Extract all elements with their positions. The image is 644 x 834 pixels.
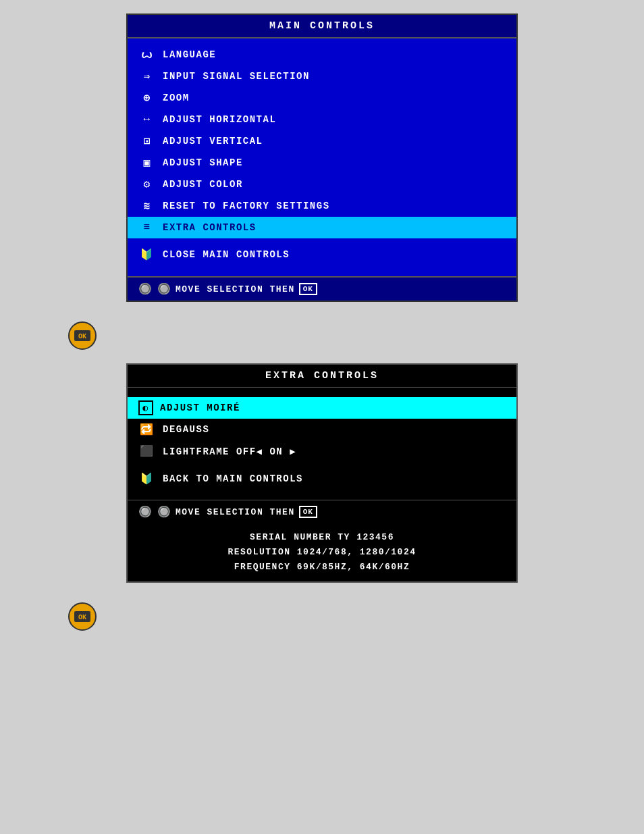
- close-main-controls[interactable]: 🔰 CLOSE MAIN CONTROLS: [128, 244, 516, 265]
- adjust-moire-icon: ◐: [138, 400, 153, 415]
- extra-footer-text: MOVE SELECTION THEN: [176, 507, 295, 517]
- language-label: LANGUAGE: [163, 49, 216, 60]
- nav-icon-right: 🔘: [157, 282, 172, 296]
- extra-controls-label: EXTRA CONTROLS: [163, 222, 257, 233]
- back-icon: 🔰: [138, 471, 156, 486]
- main-controls-body: ꙍ LANGUAGE ⇒ INPUT SIGNAL SELECTION ⊕ ZO…: [128, 38, 516, 276]
- main-controls-title: MAIN CONTROLS: [269, 20, 375, 32]
- extra-controls-panel: EXTRA CONTROLS ◐ ADJUST MOIRÉ 🔁 DEGAUSS …: [126, 363, 518, 583]
- nav-icon-left: 🔘: [138, 282, 153, 296]
- device-info: SERIAL NUMBER TY 123456 RESOLUTION 1024/…: [128, 523, 516, 581]
- degauss-label: DEGAUSS: [163, 424, 209, 435]
- floating-ok-button-extra[interactable]: OK: [68, 602, 97, 639]
- menu2-item-adjust-moire[interactable]: ◐ ADJUST MOIRÉ: [128, 397, 516, 419]
- main-controls-panel: MAIN CONTROLS ꙍ LANGUAGE ⇒ INPUT SIGNAL …: [126, 14, 518, 302]
- menu-item-adjust-vertical[interactable]: ⊡ ADJUST VERTICAL: [128, 130, 516, 152]
- adjust-vertical-icon: ⊡: [138, 134, 156, 149]
- menu2-item-degauss[interactable]: 🔁 DEGAUSS: [128, 419, 516, 440]
- extra-nav-icon-right: 🔘: [157, 505, 172, 519]
- lightframe-icon: ⬛: [138, 444, 156, 459]
- back-to-main[interactable]: 🔰 BACK TO MAIN CONTROLS: [128, 467, 516, 490]
- degauss-icon: 🔁: [138, 422, 156, 437]
- resolution: RESOLUTION 1024/768, 1280/1024: [138, 545, 506, 560]
- frequency: FREQUENCY 69K/85HZ, 64K/60HZ: [138, 560, 506, 575]
- extra-controls-body: ◐ ADJUST MOIRÉ 🔁 DEGAUSS ⬛ LIGHTFRAME OF…: [128, 388, 516, 500]
- adjust-color-icon: ⚙: [138, 177, 156, 192]
- close-main-icon: 🔰: [138, 247, 156, 262]
- zoom-icon: ⊕: [138, 90, 156, 105]
- mid-gap: [128, 462, 516, 467]
- extra-controls-footer: 🔘 🔘 MOVE SELECTION THEN OK: [128, 500, 516, 523]
- extra-nav-icon-left: 🔘: [138, 505, 153, 519]
- back-label: BACK TO MAIN CONTROLS: [163, 473, 303, 484]
- reset-icon: ≋: [138, 199, 156, 213]
- svg-text:OK: OK: [78, 333, 86, 340]
- menu-item-reset[interactable]: ≋ RESET TO FACTORY SETTINGS: [128, 195, 516, 217]
- main-controls-header: MAIN CONTROLS: [128, 15, 516, 38]
- main-controls-footer: 🔘 🔘 MOVE SELECTION THEN OK: [128, 276, 516, 301]
- adjust-horizontal-label: ADJUST HORIZONTAL: [163, 114, 276, 125]
- adjust-horizontal-icon: ↔: [138, 112, 156, 127]
- close-main-label: CLOSE MAIN CONTROLS: [163, 249, 290, 260]
- menu-item-adjust-shape[interactable]: ▣ ADJUST SHAPE: [128, 152, 516, 174]
- svg-text:OK: OK: [78, 614, 86, 621]
- ok-badge: OK: [299, 283, 317, 295]
- bottom-gap: [128, 490, 516, 496]
- adjust-vertical-label: ADJUST VERTICAL: [163, 136, 263, 147]
- ok-button-svg-2: OK: [68, 602, 97, 631]
- extra-controls-title: EXTRA CONTROLS: [265, 370, 379, 382]
- footer-text: MOVE SELECTION THEN: [176, 284, 295, 294]
- main-divider: [128, 238, 516, 244]
- zoom-label: ZOOM: [163, 93, 190, 103]
- adjust-shape-label: ADJUST SHAPE: [163, 157, 243, 168]
- menu-item-zoom[interactable]: ⊕ ZOOM: [128, 87, 516, 109]
- menu-item-adjust-color[interactable]: ⚙ ADJUST COLOR: [128, 174, 516, 195]
- main-divider2: [128, 265, 516, 271]
- adjust-color-label: ADJUST COLOR: [163, 179, 243, 190]
- extra-controls-header: EXTRA CONTROLS: [128, 365, 516, 388]
- menu-item-input-signal[interactable]: ⇒ INPUT SIGNAL SELECTION: [128, 66, 516, 87]
- menu-item-language[interactable]: ꙍ LANGUAGE: [128, 44, 516, 66]
- language-icon: ꙍ: [138, 47, 156, 62]
- lightframe-label: LIGHTFRAME OFF◀ ON ▶: [163, 446, 296, 457]
- menu-item-extra-controls[interactable]: ≡ EXTRA CONTROLS: [128, 217, 516, 238]
- extra-controls-icon: ≡: [138, 220, 156, 235]
- floating-ok-button-main[interactable]: OK: [68, 321, 97, 358]
- extra-ok-badge: OK: [299, 506, 317, 518]
- menu-item-adjust-horizontal[interactable]: ↔ ADJUST HORIZONTAL: [128, 109, 516, 130]
- input-signal-icon: ⇒: [138, 69, 156, 84]
- menu2-item-lightframe[interactable]: ⬛ LIGHTFRAME OFF◀ ON ▶: [128, 440, 516, 462]
- adjust-shape-icon: ▣: [138, 155, 156, 170]
- ok-button-svg: OK: [68, 321, 97, 350]
- input-signal-label: INPUT SIGNAL SELECTION: [163, 71, 310, 82]
- adjust-moire-label: ADJUST MOIRÉ: [160, 402, 240, 413]
- top-gap: [128, 392, 516, 397]
- serial-number: SERIAL NUMBER TY 123456: [138, 530, 506, 545]
- reset-label: RESET TO FACTORY SETTINGS: [163, 201, 330, 211]
